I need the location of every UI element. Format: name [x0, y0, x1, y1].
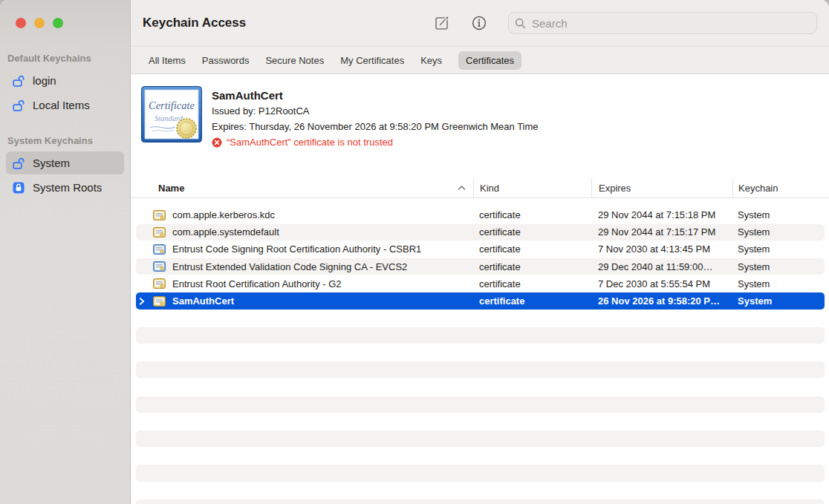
disclosure-chevron-icon[interactable]: [137, 298, 147, 305]
table-body: com.apple.kerberos.kdccertificate29 Nov …: [131, 198, 829, 504]
row-background: [136, 327, 825, 344]
column-header-name[interactable]: Name: [131, 178, 473, 197]
tab-all-items[interactable]: All Items: [149, 51, 186, 70]
keychain-access-window: Default KeychainsloginLocal ItemsSystem …: [0, 0, 829, 504]
row-background: [136, 310, 825, 327]
certificate-icon: [147, 210, 172, 220]
sidebar-item-login[interactable]: login: [6, 69, 124, 92]
row-background: [136, 396, 825, 413]
sidebar-item-system-roots[interactable]: System Roots: [6, 176, 124, 199]
certificate-icon: [147, 227, 172, 238]
trust-warning-text: “SamAuthCert” certificate is not trusted: [227, 134, 393, 150]
table-row-empty[interactable]: [131, 396, 829, 413]
certificates-table: Name Kind Expires Keychain com.apple.ker…: [131, 178, 829, 504]
cell-kind: certificate: [473, 295, 591, 307]
close-window-button[interactable]: [16, 18, 26, 28]
table-row-com-apple-systemdefault[interactable]: com.apple.systemdefaultcertificate29 Nov…: [131, 223, 829, 240]
certificate-expiry: Expires: Thursday, 26 November 2026 at 9…: [212, 119, 539, 134]
certificate-name-text: Entrust Code Signing Root Certification …: [172, 243, 421, 255]
minimize-window-button[interactable]: [34, 18, 45, 28]
certificate-name-text: Entrust Extended Validation Code Signing…: [172, 261, 407, 272]
row-background: [136, 500, 825, 504]
cell-expires: 7 Dec 2030 at 5:55:54 PM: [591, 278, 732, 289]
table-row-entrust-code-signing-root-certification-authority-csbr1[interactable]: Entrust Code Signing Root Certification …: [131, 240, 829, 258]
table-row-com-apple-kerberos-kdc[interactable]: com.apple.kerberos.kdccertificate29 Nov …: [131, 206, 829, 223]
cell-name: com.apple.kerberos.kdc: [131, 209, 473, 220]
table-header: Name Kind Expires Keychain: [131, 178, 829, 198]
certificate-icon: [147, 261, 172, 272]
certificate-name: SamAuthCert: [212, 88, 539, 103]
tab-keys[interactable]: Keys: [420, 51, 442, 70]
certificate-icon: [147, 244, 172, 255]
table-row-empty[interactable]: [131, 499, 829, 504]
sidebar-item-label: login: [33, 74, 56, 87]
certificate-icon: [147, 278, 172, 289]
search-input[interactable]: [530, 16, 810, 30]
row-background: [136, 431, 825, 447]
new-item-button[interactable]: [432, 13, 452, 33]
certificate-name-text: com.apple.systemdefault: [172, 226, 279, 238]
row-background: [136, 482, 825, 499]
sidebar-item-label: System: [33, 157, 70, 169]
toolbar: Keychain Access: [131, 0, 829, 46]
table-row-entrust-root-certification-authority-g2[interactable]: Entrust Root Certification Authority - G…: [131, 275, 829, 292]
cell-expires: 29 Nov 2044 at 7:15:17 PM: [591, 226, 732, 238]
cell-keychain: System: [732, 209, 829, 220]
column-header-expires[interactable]: Expires: [591, 178, 732, 197]
row-background: [136, 344, 825, 361]
table-row-empty[interactable]: [131, 361, 829, 379]
sidebar-item-local-items[interactable]: Local Items: [6, 94, 124, 117]
tab-certificates[interactable]: Certificates: [458, 51, 521, 70]
table-row-samauthcert[interactable]: SamAuthCertcertificate26 Nov 2026 at 9:5…: [131, 292, 829, 310]
table-row-empty[interactable]: [131, 465, 829, 482]
tab-passwords[interactable]: Passwords: [202, 51, 250, 70]
cell-keychain: System: [732, 261, 829, 272]
cell-kind: certificate: [473, 209, 591, 220]
table-row-empty[interactable]: [131, 310, 829, 327]
sidebar-section-header-default-keychains: Default Keychains: [0, 46, 130, 68]
cell-name: Entrust Extended Validation Code Signing…: [131, 261, 473, 272]
sort-ascending-icon: [458, 185, 466, 191]
sidebar-section-header-system-keychains: System Keychains: [0, 128, 130, 150]
cell-expires: 29 Nov 2044 at 7:15:18 PM: [591, 209, 732, 220]
new-item-icon: [434, 15, 450, 31]
window-title: Keychain Access: [143, 16, 246, 30]
zoom-window-button[interactable]: [53, 18, 63, 28]
table-row-entrust-extended-validation-code-signing-ca-evcs2[interactable]: Entrust Extended Validation Code Signing…: [131, 258, 829, 275]
cell-name: SamAuthCert: [131, 295, 473, 307]
info-icon: [471, 15, 487, 31]
certificate-detail-header: Certificate Standard SamAuthCert Issued …: [131, 74, 829, 178]
sidebar-item-label: System Roots: [33, 181, 102, 194]
svg-text:Standard: Standard: [155, 114, 183, 122]
certificate-badge-icon: Certificate Standard: [141, 86, 202, 145]
search-field[interactable]: [508, 12, 817, 34]
sidebar-item-system[interactable]: System: [6, 151, 124, 174]
cell-expires: 7 Nov 2030 at 4:13:45 PM: [591, 243, 732, 255]
sidebar-item-label: Local Items: [33, 99, 90, 111]
table-row-empty[interactable]: [131, 327, 829, 344]
window-controls: [16, 18, 63, 28]
cell-kind: certificate: [473, 278, 591, 289]
table-row-empty[interactable]: [131, 379, 829, 396]
table-row-empty[interactable]: [131, 430, 829, 447]
table-row-empty[interactable]: [131, 482, 829, 499]
table-row-empty[interactable]: [131, 344, 829, 361]
unlocked-keychain-icon: [12, 74, 25, 88]
certificate-name-text: SamAuthCert: [172, 295, 234, 307]
svg-text:Certificate: Certificate: [149, 99, 195, 111]
tab-my-certificates[interactable]: My Certificates: [340, 51, 404, 70]
column-header-kind[interactable]: Kind: [473, 178, 591, 197]
table-row-empty[interactable]: [131, 413, 829, 430]
unlocked-keychain-icon: [12, 157, 25, 170]
certificate-name-text: Entrust Root Certification Authority - G…: [172, 278, 342, 289]
tab-secure-notes[interactable]: Secure Notes: [265, 51, 324, 70]
info-button[interactable]: [469, 13, 489, 33]
row-background: [136, 413, 825, 430]
locked-keychain-icon: [12, 181, 25, 194]
cell-keychain: System: [732, 278, 829, 289]
cell-kind: certificate: [473, 243, 591, 255]
column-header-keychain[interactable]: Keychain: [732, 178, 829, 197]
row-background: [136, 465, 825, 481]
table-row-empty[interactable]: [131, 448, 829, 465]
sidebar: Default KeychainsloginLocal ItemsSystem …: [0, 0, 131, 504]
